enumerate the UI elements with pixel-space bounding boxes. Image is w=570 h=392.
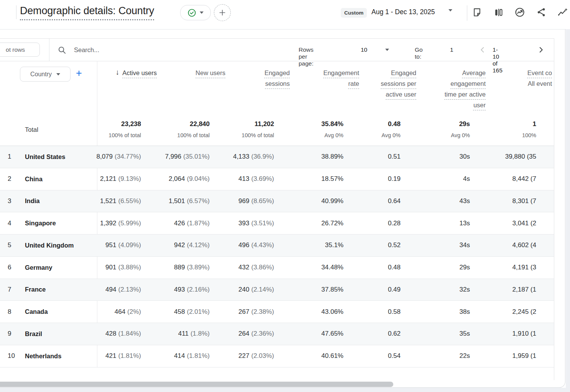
next-page-button[interactable] — [536, 45, 546, 55]
search-input[interactable] — [73, 46, 220, 54]
add-report-button[interactable] — [214, 4, 231, 21]
column-header-avg-engagement-time[interactable]: Average engagement time per active user — [444, 67, 486, 110]
country-name: India — [25, 190, 40, 212]
engagement-rate-value: 34.48% — [321, 257, 343, 279]
rows-per-page-chevron-icon[interactable] — [385, 49, 389, 51]
dimension-chevron-icon — [56, 73, 60, 75]
dimension-label: Country — [30, 71, 52, 78]
event-count-sublabel: All event — [527, 78, 552, 89]
table-toolbar: ot rows Rows per page: 10 Go to: 1 1-10 … — [0, 38, 554, 61]
chevron-left-icon — [478, 46, 487, 54]
avg-engagement-time-value: 4s — [463, 168, 470, 190]
table-row[interactable]: 7 France 494(2.13%) 493(2.16%) 240(2.14%… — [0, 279, 554, 301]
sort-descending-icon: ↓ — [116, 67, 120, 77]
engaged-sessions-per-user-value: 0.52 — [388, 235, 401, 256]
engagement-rate-value: 35.1% — [325, 235, 343, 256]
toolbar-divider — [467, 5, 467, 21]
column-header-engaged-sessions[interactable]: Engaged sessions — [251, 67, 290, 89]
active-users-value: 421(1.81%) — [105, 345, 141, 367]
table-row[interactable]: 10 Netherlands 421(1.81%) 414(1.81%) 227… — [0, 345, 554, 367]
column-header-engaged-sessions-per-user[interactable]: Engaged sessions per active user — [380, 67, 416, 100]
table-row[interactable]: 1 United States 8,079(34.77%) 7,996(35.0… — [0, 146, 554, 168]
avg-engagement-time-value: 22s — [460, 345, 470, 367]
total-engagement-rate: 35.84%Avg 0% — [321, 120, 343, 138]
column-header-active-users[interactable]: ↓ Active users — [116, 67, 157, 78]
note-icon — [472, 7, 482, 18]
table-row[interactable]: 8 Canada 464(2%) 458(2.01%) 267(2.38%) 4… — [0, 301, 554, 323]
event-count-value: 2,187 (1 — [513, 279, 536, 301]
demographic-details-report: Demographic details: Country Custom Aug … — [0, 0, 570, 392]
dimension-select[interactable]: Country — [20, 67, 71, 82]
notes-button[interactable] — [470, 5, 484, 19]
rows-per-page-select[interactable]: 10 — [361, 46, 367, 53]
comparison-button[interactable] — [491, 5, 505, 19]
active-users-value: 1,392(5.99%) — [100, 212, 141, 234]
new-users-value: 1,501(6.57%) — [169, 190, 210, 212]
active-users-value: 8,079(34.77%) — [96, 146, 141, 168]
date-chevron-down-icon[interactable] — [448, 9, 452, 11]
share-icon — [536, 7, 546, 17]
total-engaged-sessions-per-user: 0.48Avg 0% — [381, 120, 401, 138]
row-index: 3 — [8, 190, 11, 212]
engaged-sessions-value: 240(2.14%) — [238, 279, 274, 301]
pagination-range: 1-10 of 165 — [493, 46, 503, 74]
report-status-badge[interactable] — [180, 5, 211, 20]
add-dimension-button[interactable]: + — [76, 67, 82, 79]
table-body: 1 United States 8,079(34.77%) 7,996(35.0… — [0, 146, 554, 367]
total-avg-engagement-time: 29sAvg 0% — [451, 120, 470, 138]
column-header-event-count[interactable]: Event co All event — [527, 67, 552, 89]
country-name: Singapore — [25, 212, 56, 234]
total-engaged-sessions: 11,202100% of total — [241, 120, 274, 138]
insights-button[interactable] — [513, 5, 527, 19]
chevron-right-icon — [537, 46, 545, 54]
share-button[interactable] — [534, 5, 548, 19]
engaged-sessions-value: 267(2.38%) — [238, 301, 274, 323]
avg-engagement-time-value: 30s — [460, 146, 470, 168]
engaged-sessions-per-user-value: 0.49 — [388, 279, 401, 301]
row-index: 7 — [8, 279, 11, 301]
country-name: Netherlands — [25, 345, 61, 367]
column-header-engagement-rate[interactable]: Engagement rate — [320, 67, 359, 89]
goto-page-input[interactable]: 1 — [450, 46, 453, 53]
country-name: Brazil — [25, 323, 42, 345]
event-count-value: 4,602 (4 — [513, 235, 536, 256]
header-divider — [16, 5, 16, 19]
avg-engagement-time-value: 32s — [460, 279, 470, 301]
date-range-selector[interactable]: Aug 1 - Dec 13, 2025 — [371, 8, 435, 16]
row-index: 6 — [8, 257, 11, 279]
avg-engagement-time-value: 34s — [460, 235, 470, 256]
active-users-value: 901(3.88%) — [105, 257, 141, 279]
new-users-value: 493(2.16%) — [174, 279, 210, 301]
row-index: 9 — [8, 323, 11, 345]
horizontal-scrollbar[interactable] — [0, 382, 393, 387]
table-row[interactable]: 9 Brazil 428(1.84%) 411(1.8%) 264(2.36%)… — [0, 323, 554, 345]
engaged-sessions-per-user-value: 0.64 — [388, 190, 401, 212]
column-header-new-users[interactable]: New users — [195, 67, 225, 78]
toolbar-divider — [49, 39, 49, 61]
engagement-rate-value: 37.85% — [321, 279, 343, 301]
engagement-rate-value: 40.61% — [321, 345, 343, 367]
row-index: 4 — [8, 212, 11, 234]
table-row[interactable]: 5 United Kingdom 951(4.09%) 942(4.12%) 4… — [0, 235, 554, 257]
table-row[interactable]: 6 Germany 901(3.88%) 889(3.89%) 432(3.86… — [0, 257, 554, 279]
new-users-value: 889(3.89%) — [174, 257, 210, 279]
page-title[interactable]: Demographic details: Country — [20, 5, 154, 20]
table-row[interactable]: 3 India 1,521(6.55%) 1,501(6.57%) 969(8.… — [0, 190, 554, 213]
row-index: 5 — [8, 235, 11, 256]
country-name: Germany — [25, 257, 53, 279]
totals-row: Total 23,238100% of total 22,840100% of … — [0, 117, 554, 146]
pivot-rows-button[interactable]: ot rows — [0, 43, 40, 57]
table-row[interactable]: 4 Singapore 1,392(5.99%) 426(1.87%) 393(… — [0, 212, 554, 235]
previous-page-button[interactable] — [478, 45, 488, 55]
page-background-bottom — [0, 388, 570, 392]
plus-icon — [218, 8, 227, 17]
active-users-value: 428(1.84%) — [105, 323, 141, 345]
engaged-sessions-per-user-value: 0.51 — [388, 146, 401, 168]
table-row[interactable]: 2 China 2,121(9.13%) 2,064(9.04%) 413(3.… — [0, 168, 554, 190]
new-users-value: 942(4.12%) — [174, 235, 210, 256]
country-name: United Kingdom — [25, 235, 74, 256]
scroll-area-edge — [554, 38, 554, 380]
event-count-value: 2,245 (2 — [513, 301, 536, 323]
date-mode-chip: Custom — [341, 8, 367, 18]
analytics-intelligence-button[interactable] — [556, 5, 570, 19]
